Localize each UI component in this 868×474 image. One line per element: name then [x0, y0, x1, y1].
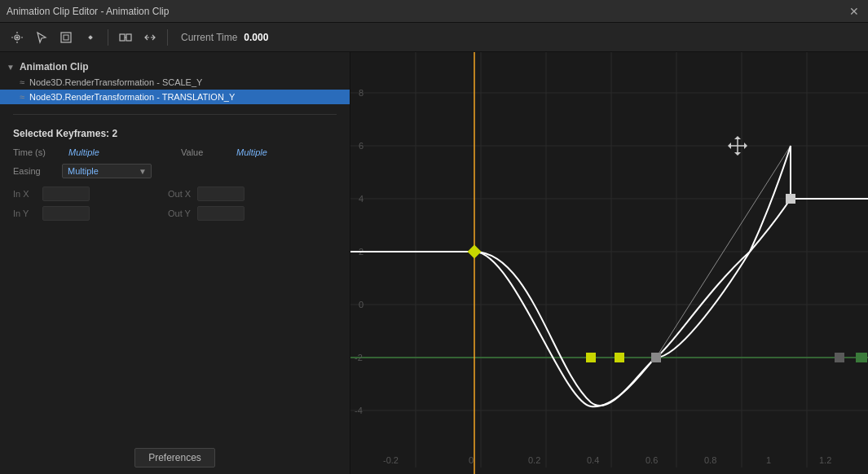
preferences-row: Preferences — [0, 441, 350, 474]
svg-rect-5 — [120, 34, 125, 41]
svg-rect-47 — [856, 353, 867, 362]
svg-point-0 — [16, 36, 19, 38]
curve-editor[interactable]: 8 6 4 2 0 -2 -4 -0.2 0 0.2 0.4 0.6 0.8 1… — [350, 52, 868, 474]
track-label-scale-y: Node3D.RenderTransformation - SCALE_Y — [29, 77, 202, 87]
svg-text:-0.2: -0.2 — [383, 455, 399, 465]
svg-marker-1 — [37, 33, 46, 42]
svg-rect-6 — [126, 34, 131, 41]
current-time-label: Current Time — [181, 32, 237, 43]
tangent-tool-button[interactable] — [80, 29, 101, 46]
track-header-name: Animation Clip — [20, 61, 89, 72]
svg-text:0.6: 0.6 — [645, 455, 658, 465]
svg-rect-45 — [786, 194, 795, 204]
time-label: Time (s) — [13, 147, 62, 157]
in-y-input[interactable] — [42, 206, 90, 221]
svg-rect-46 — [835, 353, 844, 362]
out-x-input[interactable] — [197, 187, 245, 201]
svg-text:0: 0 — [469, 455, 474, 465]
svg-text:0: 0 — [359, 300, 364, 309]
svg-text:4: 4 — [359, 194, 364, 204]
out-x-item: Out X — [168, 187, 245, 201]
track-icon-scale-y: ≈ — [20, 77, 24, 87]
easing-row: Easing Multiple Linear Ease In Ease Out … — [13, 164, 337, 178]
svg-rect-2 — [61, 33, 71, 42]
in-y-label: In Y — [13, 208, 37, 218]
time-value-row: Time (s) Multiple Value Multiple — [13, 147, 337, 157]
left-panel: ▼ Animation Clip ≈ Node3D.RenderTransfor… — [0, 52, 350, 474]
out-x-label: Out X — [168, 189, 192, 199]
current-time-value: 0.000 — [244, 32, 268, 43]
out-y-input[interactable] — [197, 206, 245, 221]
title-bar-text: Animation Clip Editor - Animation Clip — [7, 6, 169, 17]
curve-canvas-svg: 8 6 4 2 0 -2 -4 -0.2 0 0.2 0.4 0.6 0.8 1… — [350, 52, 868, 474]
preferences-button[interactable]: Preferences — [134, 448, 215, 467]
svg-text:8: 8 — [359, 88, 364, 98]
easing-label: Easing — [13, 166, 62, 176]
svg-text:0.2: 0.2 — [528, 455, 540, 465]
close-button[interactable]: ✕ — [847, 4, 861, 19]
in-y-item: In Y — [13, 206, 90, 221]
keyframe-props: Selected Keyframes: 2 Time (s) Multiple … — [0, 118, 350, 235]
toolbar-separator-2 — [167, 29, 168, 46]
track-icon-translation-y: ≈ — [20, 92, 24, 102]
track-list: ▼ Animation Clip ≈ Node3D.RenderTransfor… — [0, 52, 350, 111]
in-out-x-row: In X Out X — [13, 187, 337, 201]
svg-rect-43 — [615, 353, 624, 362]
svg-rect-44 — [651, 353, 661, 362]
in-x-input[interactable] — [42, 187, 90, 201]
svg-text:1: 1 — [766, 455, 771, 465]
left-panel-spacer — [0, 235, 350, 441]
in-x-item: In X — [13, 187, 90, 201]
frame-tool-button[interactable] — [55, 29, 77, 46]
toolbar: Current Time 0.000 — [0, 23, 868, 52]
track-label-translation-y: Node3D.RenderTransformation - TRANSLATIO… — [29, 92, 235, 102]
svg-text:0.4: 0.4 — [587, 455, 599, 465]
track-item-translation-y[interactable]: ≈ Node3D.RenderTransformation - TRANSLAT… — [0, 90, 350, 104]
title-bar: Animation Clip Editor - Animation Clip ✕ — [0, 0, 868, 23]
svg-text:1.2: 1.2 — [819, 455, 831, 465]
out-y-item: Out Y — [168, 206, 245, 221]
time-value: Multiple — [68, 147, 126, 157]
main-area: ▼ Animation Clip ≈ Node3D.RenderTransfor… — [0, 52, 868, 474]
value-value: Multiple — [236, 147, 293, 157]
svg-text:0.8: 0.8 — [704, 455, 716, 465]
select-tool-button[interactable] — [31, 29, 52, 46]
svg-rect-42 — [586, 353, 596, 362]
track-list-header[interactable]: ▼ Animation Clip — [0, 59, 350, 75]
svg-rect-4 — [88, 35, 93, 40]
easing-select[interactable]: Multiple Linear Ease In Ease Out Ease In… — [62, 164, 152, 178]
track-header-arrow: ▼ — [7, 63, 15, 72]
keyframe-title: Selected Keyframes: 2 — [13, 128, 337, 139]
svg-text:-2: -2 — [355, 353, 363, 362]
panel-divider — [13, 114, 337, 115]
flip-tool-button[interactable] — [139, 29, 161, 46]
value-label: Value — [181, 147, 230, 157]
svg-text:-4: -4 — [355, 406, 363, 415]
in-x-label: In X — [13, 189, 37, 199]
insert-tool-button[interactable] — [115, 29, 136, 46]
svg-text:6: 6 — [359, 141, 364, 151]
in-out-y-row: In Y Out Y — [13, 206, 337, 221]
track-item-scale-y[interactable]: ≈ Node3D.RenderTransformation - SCALE_Y — [0, 75, 350, 90]
pan-tool-button[interactable] — [7, 29, 28, 46]
svg-rect-3 — [64, 35, 68, 40]
toolbar-separator-1 — [108, 29, 108, 46]
out-y-label: Out Y — [168, 208, 192, 218]
